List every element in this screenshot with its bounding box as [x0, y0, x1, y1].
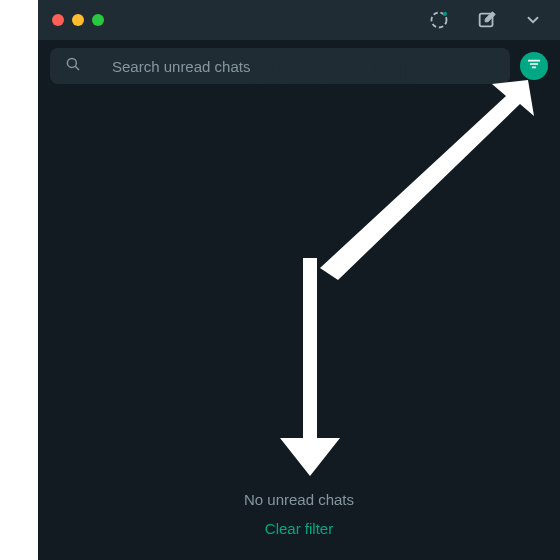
- titlebar: [38, 0, 560, 40]
- maximize-window-button[interactable]: [92, 14, 104, 26]
- svg-line-4: [75, 66, 79, 70]
- search-placeholder: Search unread chats: [112, 58, 250, 75]
- filter-icon: [526, 56, 542, 76]
- empty-state-message: No unread chats: [38, 491, 560, 508]
- close-window-button[interactable]: [52, 14, 64, 26]
- search-icon: [64, 55, 82, 77]
- new-chat-icon[interactable]: [476, 9, 498, 31]
- window-controls: [52, 14, 104, 26]
- svg-point-1: [443, 12, 447, 16]
- app-window: WABETAINI Search unread chats No unread: [38, 0, 560, 560]
- search-input[interactable]: Search unread chats: [50, 48, 510, 84]
- unread-filter-button[interactable]: [520, 52, 548, 80]
- chevron-down-icon[interactable]: [524, 11, 542, 29]
- status-icon[interactable]: [428, 9, 450, 31]
- search-row: Search unread chats: [38, 40, 560, 92]
- clear-filter-link[interactable]: Clear filter: [265, 520, 333, 537]
- titlebar-actions: [428, 9, 542, 31]
- empty-state: No unread chats Clear filter: [38, 491, 560, 538]
- minimize-window-button[interactable]: [72, 14, 84, 26]
- svg-point-3: [67, 58, 76, 67]
